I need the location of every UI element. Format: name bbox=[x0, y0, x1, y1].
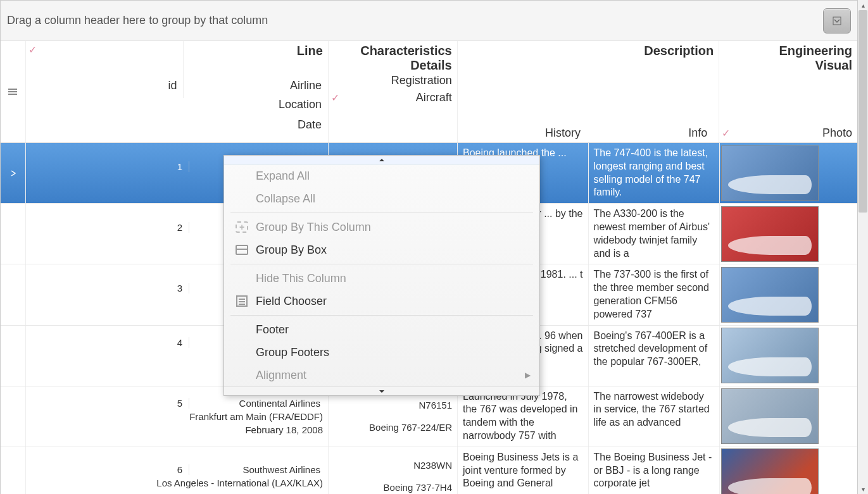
cell-aircraft: Boeing 767-224/ER bbox=[334, 422, 452, 433]
photo-thumbnail bbox=[721, 388, 819, 444]
chevron-right-icon bbox=[10, 170, 16, 176]
menu-item-label: Group Footers bbox=[256, 346, 329, 359]
scroll-down-button[interactable]: ▾ bbox=[858, 484, 868, 494]
menu-separator bbox=[230, 264, 533, 264]
chevron-down-icon bbox=[379, 390, 385, 393]
group-column-icon: + bbox=[233, 220, 251, 234]
cell-photo bbox=[720, 204, 820, 264]
cell-description: Boeing Business Jets is a joint venture … bbox=[458, 447, 720, 494]
blank-icon bbox=[233, 169, 251, 183]
row-expander[interactable] bbox=[1, 143, 26, 203]
cell-id: 5 bbox=[31, 398, 189, 409]
cell-registration: N238WN bbox=[334, 460, 452, 471]
cell-photo bbox=[720, 386, 820, 447]
pin-icon: ✓ bbox=[28, 44, 178, 58]
pin-icon: ✓ bbox=[722, 127, 730, 139]
cell-line: 6 Southwest Airlines Los Angeles - Inter… bbox=[26, 447, 329, 494]
cell-photo bbox=[720, 326, 820, 386]
cell-details: N238WN Boeing 737-7H4 bbox=[329, 447, 458, 494]
field-chooser-icon bbox=[233, 294, 251, 308]
photo-thumbnail bbox=[721, 267, 819, 323]
blank-icon bbox=[233, 192, 251, 206]
cell-registration: N76151 bbox=[334, 400, 452, 411]
cell-date: February 18, 2008 bbox=[31, 424, 323, 435]
row-expander[interactable] bbox=[1, 264, 26, 324]
grid-panel: Drag a column header here to group by th… bbox=[0, 0, 858, 494]
menu-separator bbox=[230, 315, 533, 316]
blank-icon bbox=[233, 323, 251, 337]
group-box-icon bbox=[233, 243, 251, 257]
group-dropdown-button[interactable] bbox=[823, 8, 851, 34]
group-by-panel[interactable]: Drag a column header here to group by th… bbox=[1, 1, 857, 41]
column-header-location[interactable]: Location bbox=[26, 98, 328, 118]
scrollbar-thumb[interactable] bbox=[859, 10, 867, 213]
photo-thumbnail bbox=[721, 145, 819, 201]
column-header-description-band[interactable]: Description History Info bbox=[458, 41, 720, 142]
header-label-details: Details bbox=[331, 58, 452, 73]
menu-item-footer[interactable]: Footer bbox=[224, 318, 539, 341]
header-label-visual: Visual bbox=[722, 58, 852, 73]
row-expander[interactable] bbox=[1, 447, 26, 494]
cell-photo bbox=[720, 143, 820, 203]
column-header-engineering-band[interactable]: Engineering Visual ✓ Photo bbox=[719, 41, 857, 142]
cell-photo bbox=[720, 447, 820, 494]
column-header-history[interactable]: History bbox=[460, 127, 587, 140]
scroll-up-button[interactable]: ▴ bbox=[858, 0, 868, 10]
row-expander[interactable] bbox=[1, 386, 26, 447]
menu-item-group-footers[interactable]: Group Footers bbox=[224, 341, 539, 364]
header-label-engineering: Engineering bbox=[722, 44, 852, 58]
menu-item-label: Alignment bbox=[256, 369, 306, 382]
cell-id: 4 bbox=[31, 337, 189, 348]
menu-item-label: Field Chooser bbox=[256, 295, 327, 308]
row-expander[interactable] bbox=[1, 326, 26, 386]
pin-icon: ✓ bbox=[331, 92, 339, 104]
cell-id: 1 bbox=[31, 161, 189, 172]
cell-info: The 737-300 is the first of the three me… bbox=[589, 264, 720, 324]
cell-info: The 747-400 is the latest, longest rangi… bbox=[589, 143, 720, 203]
column-header-characteristics-band[interactable]: Characteristics Details Registration ✓ A… bbox=[329, 41, 458, 142]
table-row[interactable]: 6 Southwest Airlines Los Angeles - Inter… bbox=[1, 447, 857, 494]
cell-photo bbox=[720, 264, 820, 324]
cell-id: 6 bbox=[31, 464, 189, 475]
cell-location: Frankfurt am Main (FRA/EDDF) bbox=[31, 411, 323, 422]
menu-scroll-up-button[interactable] bbox=[224, 156, 539, 164]
chevron-right-icon: ▶ bbox=[525, 371, 531, 380]
vertical-scrollbar[interactable]: ▴ ▾ bbox=[858, 0, 868, 494]
cell-info: Boeing's 767-400ER is a stretched develo… bbox=[589, 326, 720, 386]
column-header-aircraft[interactable]: Aircraft bbox=[416, 91, 452, 104]
blank-icon bbox=[233, 345, 251, 359]
group-by-panel-text: Drag a column header here to group by th… bbox=[7, 14, 823, 27]
menu-item-group-by-this-column[interactable]: + Group By This Column bbox=[224, 216, 539, 238]
header-label-description: Description bbox=[460, 44, 714, 58]
column-header-airline[interactable]: Airline bbox=[184, 79, 328, 98]
photo-thumbnail bbox=[721, 206, 819, 262]
row-expander[interactable] bbox=[1, 204, 26, 264]
menu-item-label: Hide This Column bbox=[256, 272, 346, 285]
hamburger-icon bbox=[8, 89, 17, 95]
menu-separator bbox=[230, 213, 533, 213]
menu-item-alignment[interactable]: Alignment ▶ bbox=[224, 364, 539, 386]
menu-item-label: Collapse All bbox=[256, 192, 315, 206]
column-header-info[interactable]: Info bbox=[587, 127, 714, 140]
menu-item-label: Footer bbox=[256, 323, 289, 337]
cell-airline: Southwest Airlines bbox=[189, 464, 323, 475]
column-header-photo[interactable]: Photo bbox=[822, 127, 852, 140]
svg-rect-0 bbox=[833, 17, 841, 25]
header-label-line: Line bbox=[186, 44, 323, 58]
column-header-line-band[interactable]: Line bbox=[184, 41, 328, 79]
menu-scroll-down-button[interactable] bbox=[224, 386, 539, 395]
menu-item-hide-this-column[interactable]: Hide This Column bbox=[224, 267, 539, 290]
header-label-characteristics: Characteristics bbox=[331, 44, 452, 58]
menu-item-label: Group By This Column bbox=[256, 221, 371, 234]
column-header-date[interactable]: Date bbox=[26, 118, 328, 139]
menu-item-field-chooser[interactable]: Field Chooser bbox=[224, 290, 539, 312]
menu-item-collapse-all[interactable]: Collapse All bbox=[224, 187, 539, 210]
menu-item-label: Group By Box bbox=[256, 244, 327, 257]
menu-item-expand-all[interactable]: Expand All bbox=[224, 164, 539, 187]
column-header-id-sub[interactable]: id bbox=[26, 79, 184, 98]
column-header-registration[interactable]: Registration bbox=[331, 74, 452, 87]
column-header-id[interactable]: ✓ bbox=[26, 41, 184, 79]
column-context-menu: Expand All Collapse All + Group By This … bbox=[223, 155, 540, 396]
menu-item-label: Expand All bbox=[256, 170, 310, 183]
menu-item-group-by-box[interactable]: Group By Box bbox=[224, 238, 539, 261]
